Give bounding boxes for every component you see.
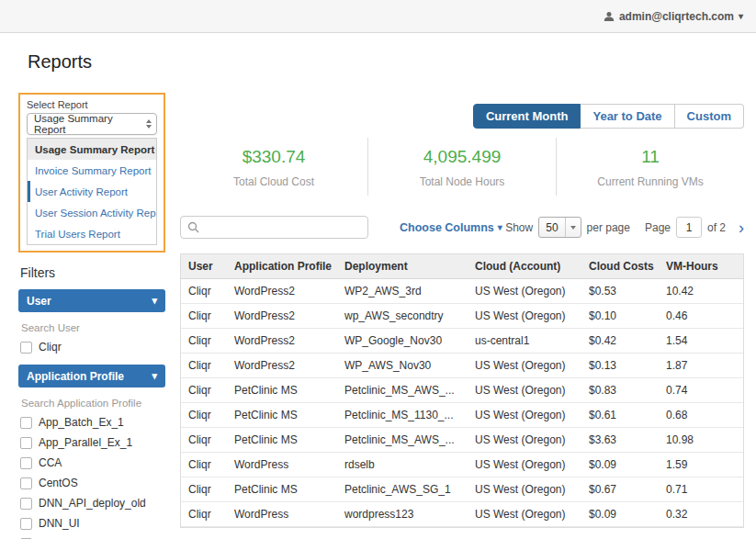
- page-size-select[interactable]: 50: [538, 217, 581, 238]
- checkbox[interactable]: [20, 477, 32, 489]
- report-select-value: Usage Summary Report: [34, 113, 146, 135]
- choose-columns-button[interactable]: Choose Columns ▾: [400, 221, 502, 234]
- checkbox-label: CentOS: [39, 477, 78, 489]
- tab-year-to-date[interactable]: Year to Date: [581, 104, 674, 129]
- cell-cloud-account: US West (Oregon): [468, 428, 581, 452]
- header-cell-user[interactable]: User: [181, 254, 227, 278]
- cell-cloud-costs: $0.09: [581, 502, 659, 526]
- cell-cloud-costs: $0.42: [581, 329, 659, 353]
- report-option-label: Usage Summary Report: [35, 144, 154, 155]
- table-row[interactable]: Cliqr PetClinic MS Petclinic_MS_AWS_... …: [181, 428, 743, 453]
- stat-value: 4,095.499: [368, 147, 556, 167]
- tab-custom[interactable]: Custom: [675, 104, 744, 129]
- cell-cloud-account: US West (Oregon): [468, 304, 581, 328]
- stat-total-node-hours: 4,095.499 Total Node Hours: [367, 138, 556, 196]
- checkbox[interactable]: [20, 417, 32, 429]
- table-row[interactable]: Cliqr PetClinic MS Petclinic_MS_AWS_... …: [181, 378, 743, 403]
- select-report-label: Select Report: [27, 99, 157, 110]
- checkbox[interactable]: [20, 457, 32, 469]
- checkbox-label: DNN_API_deploy_old: [39, 497, 146, 510]
- report-option[interactable]: Usage Summary Report ✓: [28, 139, 156, 160]
- user-menu[interactable]: admin@cliqrtech.com ▾: [604, 10, 743, 23]
- report-option[interactable]: User Session Activity Report: [28, 202, 156, 223]
- filter-checkbox-item[interactable]: CCA: [20, 456, 164, 469]
- cell-application-profile: PetClinic MS: [227, 378, 337, 402]
- checkbox[interactable]: [20, 518, 32, 530]
- user-menu-label: admin@cliqrtech.com: [619, 10, 734, 23]
- filter-checkbox-item[interactable]: App_Batch_Ex_1: [20, 416, 164, 429]
- report-option[interactable]: Invoice Summary Report: [28, 160, 156, 181]
- cell-vm-hours: 0.68: [659, 403, 743, 427]
- stat-current-running-vms: 11 Current Running VMs: [556, 138, 744, 196]
- cell-application-profile: WordPress2: [227, 329, 337, 353]
- checkbox[interactable]: [20, 342, 32, 354]
- table-row[interactable]: Cliqr WordPress2 WP_AWS_Nov30 US West (O…: [181, 354, 743, 378]
- cell-deployment: WP_AWS_Nov30: [337, 354, 468, 377]
- application-profile-search: [20, 394, 164, 410]
- checkbox-label: App_Batch_Ex_1: [39, 416, 124, 429]
- cell-application-profile: WordPress2: [227, 279, 337, 303]
- caret-down-icon: [565, 218, 581, 237]
- filter-header-application-profile[interactable]: Application Profile ▾: [18, 365, 165, 387]
- table-row[interactable]: Cliqr WordPress2 wp_AWS_secondtry US Wes…: [181, 304, 743, 329]
- header-cell-vm-hours[interactable]: VM-Hours: [659, 254, 743, 278]
- user-search: [20, 319, 164, 335]
- cell-vm-hours: 10.98: [659, 428, 743, 452]
- page-number-input[interactable]: [676, 217, 702, 238]
- cell-user: Cliqr: [181, 453, 227, 477]
- checkbox[interactable]: [20, 498, 32, 510]
- cell-cloud-costs: $0.53: [581, 279, 659, 303]
- report-select[interactable]: Usage Summary Report: [27, 113, 157, 135]
- cell-vm-hours: 10.42: [659, 279, 743, 303]
- table-row[interactable]: Cliqr PetClinic MS Petclinic_MS_1130_...…: [181, 403, 743, 428]
- table-row[interactable]: Cliqr WordPress wordpress123 US West (Or…: [181, 502, 743, 527]
- filter-header-label: Application Profile: [27, 370, 124, 383]
- select-spinner-icon: [146, 119, 152, 129]
- chevron-down-icon: ▾: [152, 295, 157, 307]
- cell-vm-hours: 0.32: [659, 502, 743, 526]
- cell-deployment: WP2_AWS_3rd: [337, 279, 468, 303]
- report-option-label: User Activity Report: [35, 186, 128, 197]
- report-option[interactable]: Trial Users Report: [28, 223, 156, 244]
- table-row[interactable]: Cliqr WordPress2 WP_Google_Nov30 us-cent…: [181, 329, 743, 354]
- cell-cloud-costs: $0.09: [581, 453, 659, 477]
- cell-application-profile: PetClinic MS: [227, 403, 337, 427]
- cell-vm-hours: 0.71: [659, 477, 743, 501]
- stat-label: Total Cloud Cost: [180, 175, 367, 188]
- search-application-profile-input[interactable]: [20, 396, 156, 410]
- cell-application-profile: WordPress: [227, 502, 337, 526]
- chevron-down-icon: ▾: [152, 370, 157, 382]
- check-icon: ✓: [154, 144, 156, 154]
- table-row[interactable]: Cliqr PetClinic MS Petclinic_AWS_SG_1 US…: [181, 477, 743, 502]
- header-cell-deployment[interactable]: Deployment: [337, 254, 468, 278]
- cell-user: Cliqr: [181, 354, 227, 377]
- filter-checkbox-item[interactable]: Cliqr: [20, 341, 164, 354]
- cell-user: Cliqr: [181, 304, 227, 328]
- report-option-label: Invoice Summary Report: [35, 165, 152, 176]
- cell-application-profile: WordPress2: [227, 304, 337, 328]
- report-option[interactable]: User Activity Report: [28, 181, 156, 202]
- filter-checkbox-item[interactable]: CentOS: [20, 477, 164, 489]
- pagination-control: Page of 2: [645, 217, 726, 238]
- cell-cloud-costs: $0.67: [581, 477, 659, 501]
- checkbox[interactable]: [20, 437, 32, 449]
- stat-label: Current Running VMs: [557, 175, 744, 188]
- header-cell-cloud-costs[interactable]: Cloud Costs: [581, 254, 659, 278]
- table-row[interactable]: Cliqr WordPress rdselb US West (Oregon) …: [181, 453, 743, 477]
- tab-current-month[interactable]: Current Month: [473, 104, 581, 129]
- search-input[interactable]: [205, 221, 361, 234]
- stat-value: $330.74: [180, 147, 367, 167]
- table-row[interactable]: Cliqr WordPress2 WP2_AWS_3rd US West (Or…: [181, 279, 743, 304]
- page-title: Reports: [28, 51, 756, 73]
- header-cell-cloud-account[interactable]: Cloud (Account): [468, 254, 581, 278]
- cell-deployment: wordpress123: [337, 502, 468, 526]
- filter-header-user[interactable]: User ▾: [18, 289, 165, 312]
- main: Current Month Year to Date Custom $330.7…: [180, 87, 744, 539]
- filter-checkbox-item[interactable]: DNN_UI: [20, 517, 164, 530]
- filter-checkbox-item[interactable]: DNN_API_deploy_old: [20, 497, 164, 510]
- filter-checkbox-item[interactable]: App_Parallel_Ex_1: [20, 436, 164, 449]
- page-count-label: of 2: [707, 221, 726, 234]
- search-user-input[interactable]: [20, 320, 156, 335]
- next-page-button[interactable]: ›: [739, 219, 744, 236]
- header-cell-application-profile[interactable]: Application Profile: [227, 254, 337, 278]
